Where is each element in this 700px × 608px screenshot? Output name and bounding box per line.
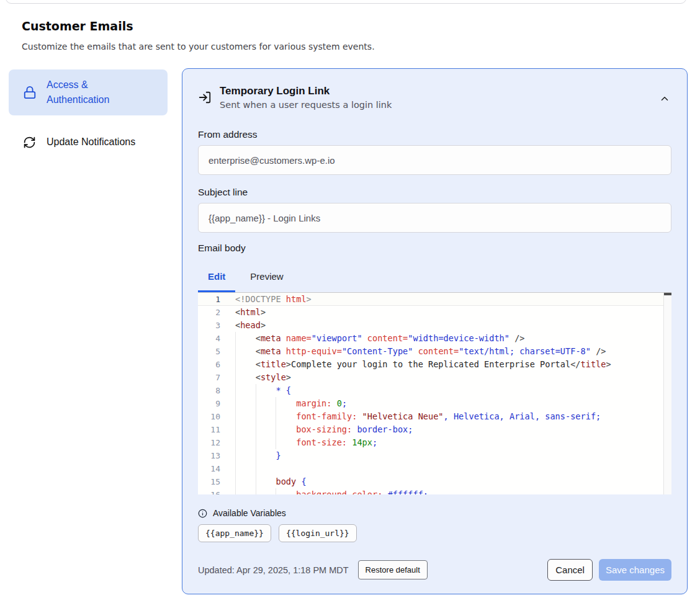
- code-line: 14: [198, 462, 671, 475]
- line-number: 4: [198, 332, 220, 345]
- editor-scrollbar[interactable]: [663, 293, 671, 494]
- info-icon: [198, 509, 207, 518]
- editor-scrollbar-thumb[interactable]: [664, 293, 671, 295]
- sidebar-item-update-notifications[interactable]: Update Notifications: [9, 127, 168, 157]
- variable-chip-login-url[interactable]: {{login_url}}: [279, 524, 357, 542]
- save-changes-button[interactable]: Save changes: [599, 559, 671, 581]
- available-variables-label: Available Variables: [213, 508, 286, 518]
- sidebar-item-label: Update Notifications: [47, 135, 135, 150]
- card-subtitle: Sent when a user requests a login link: [220, 100, 392, 110]
- page-subtitle: Customize the emails that are sent to yo…: [22, 42, 375, 51]
- code-line: 12 font-size: 14px;: [198, 436, 671, 449]
- code-lines: 1<!DOCTYPE html>2<html>3<head>4 <meta na…: [198, 293, 671, 494]
- chevron-up-icon[interactable]: [659, 93, 670, 104]
- lock-icon: [23, 86, 37, 99]
- line-number: 7: [198, 371, 220, 384]
- line-number: 12: [198, 436, 220, 449]
- code-line: 3<head>: [198, 319, 671, 332]
- line-number: 8: [198, 384, 220, 397]
- sidebar-item-label: Access & Authentication: [47, 78, 140, 107]
- line-number: 9: [198, 397, 220, 410]
- code-line: 1<!DOCTYPE html>: [198, 293, 671, 306]
- code-line: 8 * {: [198, 384, 671, 397]
- available-variables-row: Available Variables: [198, 508, 671, 518]
- line-number: 13: [198, 449, 220, 462]
- tab-preview[interactable]: Preview: [240, 262, 293, 292]
- variable-chip-app-name[interactable]: {{app_name}}: [198, 524, 271, 542]
- code-editor[interactable]: 1<!DOCTYPE html>2<html>3<head>4 <meta na…: [198, 292, 671, 494]
- updated-timestamp: Updated: Apr 29, 2025, 1:18 PM MDT: [198, 565, 349, 575]
- subject-line-label: Subject line: [198, 187, 671, 198]
- line-number: 16: [198, 488, 220, 494]
- line-number: 15: [198, 475, 220, 488]
- line-number: 5: [198, 345, 220, 358]
- code-line: 9 margin: 0;: [198, 397, 671, 410]
- code-line: 6 <title>Complete your login to the Repl…: [198, 358, 671, 371]
- line-number: 11: [198, 423, 220, 436]
- email-body-label: Email body: [198, 243, 671, 254]
- code-line: 13 }: [198, 449, 671, 462]
- code-line: 11 box-sizing: border-box;: [198, 423, 671, 436]
- line-number: 3: [198, 319, 220, 332]
- line-number: 6: [198, 358, 220, 371]
- previous-card-bottom-edge: [6, 0, 686, 4]
- code-line: 16 background-color: #ffffff;: [198, 488, 671, 494]
- sidebar-item-access-authentication[interactable]: Access & Authentication: [9, 69, 168, 115]
- line-number: 14: [198, 462, 220, 475]
- restore-default-button[interactable]: Restore default: [358, 560, 428, 579]
- card-title: Temporary Login Link: [220, 85, 392, 97]
- line-number: 2: [198, 306, 220, 319]
- code-line: 7 <style>: [198, 371, 671, 384]
- code-line: 2<html>: [198, 306, 671, 319]
- code-line: 5 <meta http-equiv="Content-Type" conten…: [198, 345, 671, 358]
- temporary-login-link-card: Temporary Login Link Sent when a user re…: [182, 68, 688, 594]
- tab-edit[interactable]: Edit: [198, 262, 235, 292]
- code-line: 4 <meta name="viewport" content="width=d…: [198, 332, 671, 345]
- line-number: 1: [198, 293, 220, 306]
- page-title: Customer Emails: [22, 19, 133, 33]
- refresh-icon: [23, 135, 37, 149]
- code-line: 10 font-family: "Helvetica Neue", Helvet…: [198, 410, 671, 423]
- card-footer: Updated: Apr 29, 2025, 1:18 PM MDT Resto…: [198, 559, 671, 581]
- from-address-label: From address: [198, 129, 671, 140]
- cancel-button[interactable]: Cancel: [547, 559, 593, 581]
- subject-line-input[interactable]: {{app_name}} - Login Links: [198, 203, 671, 233]
- email-types-sidebar: Access & Authentication Update Notificat…: [9, 69, 168, 157]
- editor-tabs: Edit Preview: [198, 262, 671, 292]
- code-line: 15 body {: [198, 475, 671, 488]
- variable-chips: {{app_name}} {{login_url}}: [198, 524, 671, 542]
- log-in-icon: [198, 91, 212, 104]
- from-address-input[interactable]: enterprise@customers.wp-e.io: [198, 145, 671, 175]
- card-header: Temporary Login Link Sent when a user re…: [198, 85, 671, 110]
- line-number: 10: [198, 410, 220, 423]
